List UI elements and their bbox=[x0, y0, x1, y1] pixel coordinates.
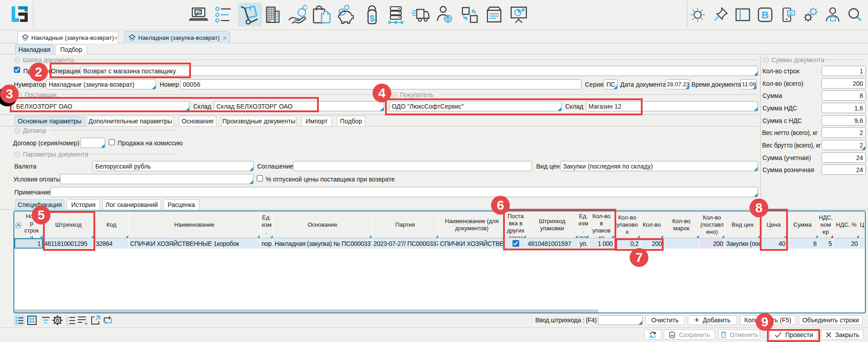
svg-text:B: B bbox=[762, 9, 769, 21]
svg-text:$: $ bbox=[369, 13, 375, 23]
svg-text:1: 1 bbox=[66, 316, 68, 319]
svg-text:3: 3 bbox=[66, 322, 68, 325]
svg-text:2: 2 bbox=[66, 319, 68, 322]
